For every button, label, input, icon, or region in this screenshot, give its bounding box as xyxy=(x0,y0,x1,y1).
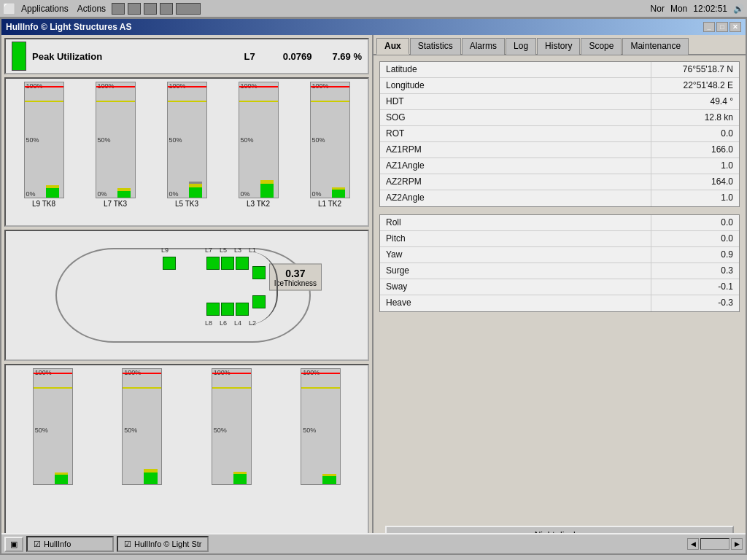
main-window: HullInfo © Light Structures AS _ □ ✕ Pea… xyxy=(0,18,747,555)
nav-val-az2angle: 1.0 xyxy=(651,190,739,206)
nav-val-latitude: 76°55'18.7 N xyxy=(651,62,739,77)
peak-utilization-bar: Peak Utilization L7 0.0769 7.69 % xyxy=(4,38,369,74)
gauge-bottom-4: 100% 50% xyxy=(277,368,365,546)
content-area: Peak Utilization L7 0.0769 7.69 % 100% 5… xyxy=(1,35,746,553)
sensor-l9-box xyxy=(163,257,176,270)
motion-row-roll: Roll 0.0 xyxy=(380,215,739,231)
sensor-l6-label: L6 xyxy=(220,319,227,327)
tab-bar: Aux Statistics Alarms Log History Scope … xyxy=(374,35,746,55)
status-nor: Nor xyxy=(651,4,665,14)
tab-log[interactable]: Log xyxy=(506,38,536,55)
taskbar-icon3[interactable] xyxy=(144,3,157,15)
sensor-l5-box-top xyxy=(221,257,234,270)
nav-row-az1rpm: AZ1RPM 166.0 xyxy=(380,142,739,158)
info-area: Latitude 76°55'18.7 N Longitude 22°51'48… xyxy=(374,55,746,553)
nav-row-az2angle: AZ2Angle 1.0 xyxy=(380,190,739,206)
sensor-l4-label: L4 xyxy=(234,319,241,327)
right-panel: Aux Statistics Alarms Log History Scope … xyxy=(374,35,746,553)
gauge-label-l1-tk2: L1 TK2 xyxy=(318,200,341,208)
motion-val-sway: -0.1 xyxy=(651,279,739,295)
ice-thickness-value: 0.37 xyxy=(274,268,317,279)
taskbar-icon4[interactable] xyxy=(160,3,173,15)
sensor-l9-label: L9 xyxy=(161,246,169,254)
nav-val-hdt: 49.4 ° xyxy=(651,94,739,109)
sensor-l8-label: L8 xyxy=(205,319,212,327)
navigation-table: Latitude 76°55'18.7 N Longitude 22°51'48… xyxy=(379,61,740,207)
sensor-l3-label: L3 xyxy=(234,246,241,254)
close-button[interactable]: ✕ xyxy=(729,22,741,32)
peak-util-label: Peak Utilization xyxy=(32,51,239,62)
sensor-l7-label: L7 xyxy=(205,246,212,254)
nav-val-longitude: 22°51'48.2 E xyxy=(651,78,739,93)
nav-key-latitude: Latitude xyxy=(380,62,651,77)
scroll-right[interactable]: ▶ xyxy=(731,538,743,550)
scroll-left[interactable]: ◀ xyxy=(687,538,699,550)
checkbox-1[interactable]: ☑ xyxy=(34,540,41,549)
volume-icon[interactable]: 🔊 xyxy=(733,4,744,14)
nav-val-az2rpm: 164.0 xyxy=(651,174,739,190)
gauge-bottom-3: 100% 50% xyxy=(187,368,276,546)
menu-applications[interactable]: Applications xyxy=(18,4,71,14)
peak-green-indicator xyxy=(12,42,26,71)
taskbar-icon2[interactable] xyxy=(128,3,141,15)
nav-row-rot: ROT 0.0 xyxy=(380,126,739,142)
sensor-l6-box-bottom xyxy=(221,303,234,316)
sensor-l1-label: L1 xyxy=(249,246,256,254)
nav-row-hdt: HDT 49.4 ° xyxy=(380,94,739,110)
sensor-l4-box-bottom xyxy=(236,303,249,316)
nav-key-az1angle: AZ1Angle xyxy=(380,158,651,174)
taskbar-window-2[interactable]: ☑ HullInfo © Light Str xyxy=(117,536,209,552)
start-button[interactable]: ▣ xyxy=(4,537,23,552)
ice-thickness-display: 0.37 IceThickness xyxy=(269,264,322,291)
start-icon: ▣ xyxy=(10,540,18,549)
motion-key-pitch: Pitch xyxy=(380,231,651,246)
peak-util-percent: 7.69 % xyxy=(333,51,362,62)
taskbar-scroll-area: ◀ ▶ xyxy=(687,538,743,550)
nav-val-az1rpm: 166.0 xyxy=(651,142,739,158)
nav-key-longitude: Longitude xyxy=(380,78,651,93)
gauge-l3-tk2: 100% 50% 0% L3 TK2 xyxy=(223,82,293,222)
tab-statistics[interactable]: Statistics xyxy=(410,38,461,55)
motion-table: Roll 0.0 Pitch 0.0 Yaw 0.9 Surge 0.3 xyxy=(379,214,740,312)
gauge-bottom-1: 100% 50% xyxy=(9,368,97,546)
taskbar-icon1[interactable] xyxy=(112,3,125,15)
sensor-l5-label: L5 xyxy=(220,246,227,254)
motion-row-pitch: Pitch 0.0 xyxy=(380,231,739,247)
gauge-label-l5-tk3: L5 TK3 xyxy=(175,200,198,208)
tab-maintenance[interactable]: Maintenance xyxy=(622,38,689,55)
peak-util-value: 0.0769 xyxy=(283,51,312,62)
tab-scope[interactable]: Scope xyxy=(581,38,622,55)
window-title: HullInfo © Light Structures AS xyxy=(6,22,131,32)
system-icon[interactable]: ⬜ xyxy=(3,3,15,15)
motion-row-surge: Surge 0.3 xyxy=(380,263,739,279)
nav-key-rot: ROT xyxy=(380,126,651,141)
gauge-l1-tk2: 100% 50% 0% L1 TK2 xyxy=(295,82,365,222)
motion-key-yaw: Yaw xyxy=(380,247,651,262)
motion-val-pitch: 0.0 xyxy=(651,231,739,246)
minimize-button[interactable]: _ xyxy=(703,22,715,32)
nav-val-rot: 0.0 xyxy=(651,126,739,141)
taskbar-icon5[interactable] xyxy=(176,3,201,15)
tab-alarms[interactable]: Alarms xyxy=(462,38,505,55)
taskbar-label-2: HullInfo © Light Str xyxy=(134,540,201,548)
taskbar-window-1[interactable]: ☑ HullInfo xyxy=(26,536,114,552)
gauge-label-l3-tk2: L3 TK2 xyxy=(247,200,270,208)
tab-aux[interactable]: Aux xyxy=(376,38,409,55)
sensor-l1-box-top xyxy=(252,266,266,279)
maximize-button[interactable]: □ xyxy=(716,22,728,32)
nav-key-az2angle: AZ2Angle xyxy=(380,190,651,206)
nav-key-az2rpm: AZ2RPM xyxy=(380,174,651,190)
motion-key-heave: Heave xyxy=(380,295,651,311)
bottom-gauges: 100% 50% xyxy=(4,364,369,551)
tab-history[interactable]: History xyxy=(537,38,580,55)
menu-actions[interactable]: Actions xyxy=(74,4,109,14)
gauge-label-l9-tk8: L9 TK8 xyxy=(32,200,55,208)
clock: 12:02:51 xyxy=(693,4,727,14)
gauge-l9-tk8: 100% 50% 0% L9 TK8 xyxy=(9,82,79,222)
top-gauges: 100% 50% 0% L9 TK8 xyxy=(4,77,369,227)
ice-thickness-label: IceThickness xyxy=(274,279,317,287)
nav-row-az2rpm: AZ2RPM 164.0 xyxy=(380,174,739,190)
sensor-l7-box-top xyxy=(206,257,220,270)
checkbox-2[interactable]: ☑ xyxy=(124,540,131,549)
nav-val-sog: 12.8 kn xyxy=(651,110,739,125)
